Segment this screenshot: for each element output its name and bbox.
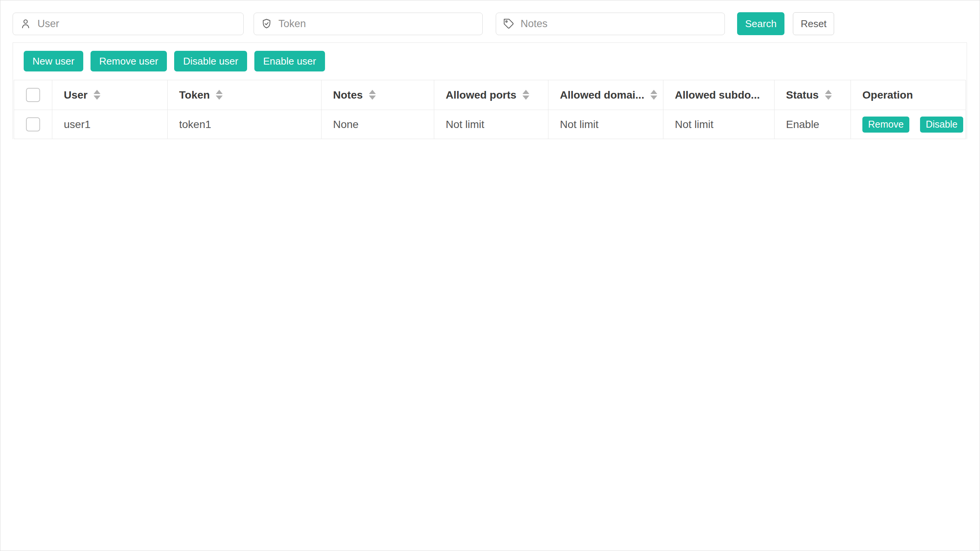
table-row: user1 token1 None Not limit Not limit No… bbox=[14, 110, 966, 139]
sort-carets-icon[interactable] bbox=[94, 90, 100, 100]
cell-user: user1 bbox=[52, 110, 168, 139]
reset-button[interactable]: Reset bbox=[793, 12, 834, 35]
column-header-token[interactable]: Token bbox=[168, 80, 322, 110]
table-toolbar: New user Remove user Disable user Enable… bbox=[13, 43, 967, 80]
column-label: Notes bbox=[333, 89, 363, 101]
column-header-notes[interactable]: Notes bbox=[322, 80, 434, 110]
sort-carets-icon[interactable] bbox=[216, 90, 223, 100]
row-disable-button[interactable]: Disable bbox=[920, 117, 963, 133]
user-search-input[interactable] bbox=[37, 18, 236, 30]
token-search-input[interactable] bbox=[278, 18, 475, 30]
sort-carets-icon[interactable] bbox=[825, 90, 832, 100]
disable-user-button[interactable]: Disable user bbox=[174, 51, 247, 71]
header-select-cell bbox=[14, 80, 52, 110]
user-table-card: New user Remove user Disable user Enable… bbox=[13, 42, 967, 139]
sort-carets-icon[interactable] bbox=[369, 90, 376, 100]
tag-icon bbox=[503, 18, 514, 29]
cell-status: Enable bbox=[775, 110, 851, 139]
column-header-user[interactable]: User bbox=[52, 80, 168, 110]
cell-notes: None bbox=[322, 110, 434, 139]
column-label: Status bbox=[786, 89, 819, 101]
notes-search-input[interactable] bbox=[521, 18, 718, 30]
column-header-operation: Operation bbox=[851, 80, 966, 110]
column-label: User bbox=[64, 89, 87, 101]
sort-carets-icon[interactable] bbox=[650, 90, 657, 100]
cell-allowed-ports: Not limit bbox=[434, 110, 548, 139]
app-container: Search Reset New user Remove user Disabl… bbox=[0, 0, 980, 551]
column-header-allowed-subdomains[interactable]: Allowed subdo... bbox=[663, 80, 775, 110]
column-header-status[interactable]: Status bbox=[775, 80, 851, 110]
column-header-allowed-domains[interactable]: Allowed domai... bbox=[548, 80, 663, 110]
cell-operation: Remove Disable bbox=[851, 110, 966, 139]
cell-token: token1 bbox=[168, 110, 322, 139]
column-label: Allowed subdo... bbox=[675, 89, 760, 101]
column-label: Operation bbox=[862, 89, 913, 101]
user-icon bbox=[20, 18, 31, 29]
sort-carets-icon[interactable] bbox=[522, 90, 529, 100]
row-remove-button[interactable]: Remove bbox=[862, 117, 909, 133]
search-button[interactable]: Search bbox=[737, 12, 784, 35]
column-label: Allowed ports bbox=[446, 89, 516, 101]
notes-search-field[interactable] bbox=[496, 13, 725, 35]
cell-allowed-domains: Not limit bbox=[548, 110, 663, 139]
enable-user-button[interactable]: Enable user bbox=[254, 51, 325, 71]
column-label: Token bbox=[179, 89, 210, 101]
new-user-button[interactable]: New user bbox=[24, 51, 83, 71]
cell-allowed-subdomains: Not limit bbox=[663, 110, 775, 139]
token-search-field[interactable] bbox=[254, 13, 483, 35]
row-checkbox[interactable] bbox=[26, 117, 40, 131]
table-header-row: User Token Notes Allowed ports Allowed d bbox=[14, 80, 966, 110]
shield-check-icon bbox=[261, 18, 272, 29]
users-table: User Token Notes Allowed ports Allowed d bbox=[14, 80, 966, 139]
remove-user-button[interactable]: Remove user bbox=[91, 51, 167, 71]
select-all-checkbox[interactable] bbox=[26, 88, 40, 102]
column-header-allowed-ports[interactable]: Allowed ports bbox=[434, 80, 548, 110]
row-select-cell bbox=[14, 110, 52, 139]
search-bar: Search Reset bbox=[13, 12, 967, 35]
user-search-field[interactable] bbox=[13, 13, 244, 35]
column-label: Allowed domai... bbox=[560, 89, 644, 101]
